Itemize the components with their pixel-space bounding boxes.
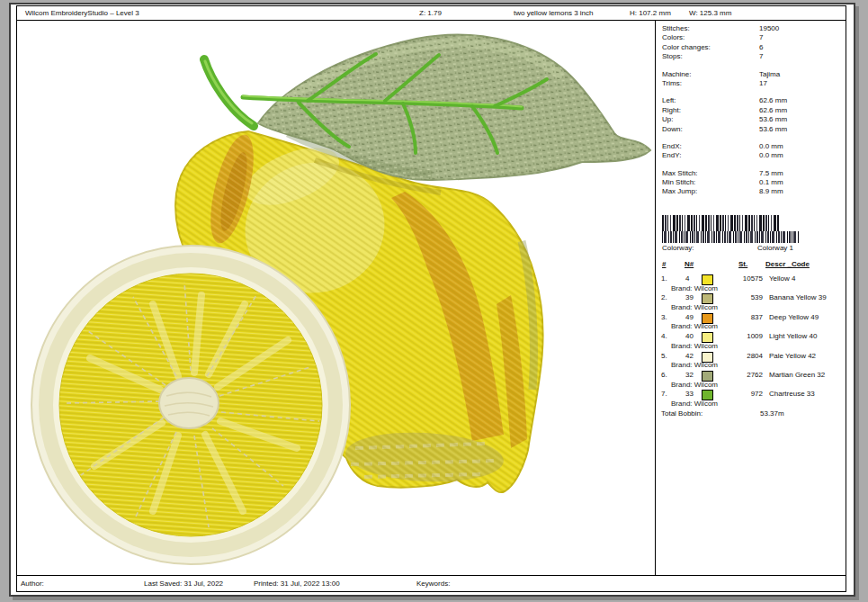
thread-brand: Brand: Wilcom (671, 284, 718, 292)
stat-value: 53.6 mm (759, 115, 787, 123)
thread-stitch-count: 539 (716, 293, 763, 301)
stat-value: 0.0 mm (759, 142, 783, 150)
stat-label: Colors: (662, 33, 685, 41)
thread-brand: Brand: Wilcom (671, 322, 718, 330)
stat-row: Down:53.6 mm (662, 125, 841, 134)
stat-value: 62.6 mm (759, 96, 787, 104)
stat-row: EndY:0.0 mm (662, 151, 841, 160)
stat-row: Colors:7 (662, 33, 841, 42)
print-preview-page: { "header": { "app_title": "Wilcom Embro… (0, 0, 868, 602)
stat-label: Down: (662, 125, 683, 133)
thread-row: 7.33972Chartreuse 33Brand: Wilcom (661, 390, 843, 409)
stat-row: Up:53.6 mm (662, 115, 841, 124)
report-header: Wilcom EmbroideryStudio – Level 3 Z: 1.7… (17, 6, 846, 21)
thread-descr-code: Banana Yellow 39 (769, 293, 827, 301)
thread-rows: 1.410575Yellow 4Brand: Wilcom2.39539Bana… (661, 274, 843, 409)
stat-row: Max Jump:8.9 mm (662, 187, 841, 196)
design-info-panel: Stitches:19500Colors:7Color changes:6Sto… (655, 21, 846, 575)
stat-row: EndX:0.0 mm (662, 142, 841, 151)
stat-label: Right: (662, 106, 681, 114)
stat-label: Color changes: (662, 43, 711, 51)
stem (204, 59, 254, 126)
printed-field: Printed: 31 Jul, 2022 13:00 (254, 580, 340, 588)
thread-number: 33 (685, 390, 694, 398)
thread-row: 3.49837Deep Yellow 49Brand: Wilcom (661, 313, 843, 332)
thread-row: 5.422804Pale Yellow 42Brand: Wilcom (661, 352, 843, 371)
thread-number: 39 (685, 293, 694, 301)
stat-value: 17 (759, 79, 767, 87)
colorway-value: Colorway 1 (757, 244, 793, 252)
zoom-level: Z: 1.79 (419, 9, 442, 17)
stat-label: Trims: (662, 79, 682, 87)
thread-number: 32 (685, 371, 694, 379)
col-header-number: # (662, 260, 666, 268)
thread-index: 5. (661, 352, 667, 360)
report-body: Stitches:19500Colors:7Color changes:6Sto… (17, 21, 846, 575)
thread-color-table: # N# St. Descr _Code 1.410575Yellow 4Bra… (661, 260, 843, 420)
total-bobbin-label: Total Bobbin: (661, 409, 702, 418)
barcode-row-2 (662, 231, 800, 243)
stat-group: Max Stitch:7.5 mmMin Stitch:0.1 mmMax Ju… (662, 169, 841, 197)
thread-descr-code: Martian Green 32 (769, 371, 825, 379)
report-sheet: Wilcom EmbroideryStudio – Level 3 Z: 1.7… (9, 3, 855, 597)
stat-value: 8.9 mm (759, 187, 783, 195)
stat-label: Stitches: (662, 24, 690, 32)
thread-index: 6. (661, 371, 667, 379)
stat-value: 0.0 mm (759, 151, 783, 159)
stat-value: 7.5 mm (759, 169, 783, 177)
stat-group: Machine:TajimaTrims:17 (662, 70, 841, 89)
total-bobbin-row: Total Bobbin: 53.37m (661, 409, 843, 420)
thread-stitch-count: 10575 (716, 274, 763, 283)
total-bobbin-value: 53.37m (760, 409, 784, 418)
lemon-slice (31, 246, 350, 564)
embroidery-design-lemons (18, 25, 655, 575)
stat-value: 53.6 mm (759, 125, 787, 133)
thread-stitch-count: 972 (716, 390, 763, 398)
thread-stitch-count: 2762 (716, 371, 763, 379)
thread-stitch-count: 837 (716, 313, 763, 321)
barcode-row-1 (662, 215, 780, 231)
stat-row: Min Stitch:0.1 mm (662, 178, 841, 187)
thread-brand: Brand: Wilcom (671, 400, 718, 408)
stat-value: 7 (759, 52, 763, 60)
stat-row: Stops:7 (662, 52, 841, 61)
stat-row: Trims:17 (662, 79, 841, 88)
stat-row: Machine:Tajima (662, 70, 841, 79)
thread-stitch-count: 1009 (716, 332, 763, 340)
design-barcode (662, 215, 800, 243)
col-header-stitches: St. (738, 260, 747, 268)
design-preview-area (17, 21, 655, 575)
stat-value: 0.1 mm (759, 178, 783, 186)
thread-index: 3. (661, 313, 667, 321)
thread-index: 4. (661, 332, 667, 340)
thread-row: 2.39539Banana Yellow 39Brand: Wilcom (661, 293, 843, 312)
stat-group: Stitches:19500Colors:7Color changes:6Sto… (662, 24, 841, 62)
stat-row: Right:62.6 mm (662, 106, 841, 115)
stat-value: Tajima (759, 70, 780, 78)
thread-index: 7. (661, 390, 667, 398)
thread-row: 6.322762Martian Green 32Brand: Wilcom (661, 371, 843, 390)
stat-value: 6 (759, 43, 763, 51)
design-stats: Stitches:19500Colors:7Color changes:6Sto… (662, 24, 841, 205)
last-saved-field: Last Saved: 31 Jul, 2022 (144, 580, 223, 588)
design-name: two yellow lemons 3 inch (514, 9, 593, 17)
stat-group: EndX:0.0 mmEndY:0.0 mm (662, 142, 841, 161)
stat-row: Stitches:19500 (662, 24, 841, 33)
thread-descr-code: Light Yellow 40 (769, 332, 817, 340)
thread-index: 1. (661, 274, 667, 283)
thread-descr-code: Pale Yellow 42 (769, 352, 816, 360)
stat-label: Stops: (662, 52, 683, 60)
stat-label: EndY: (662, 151, 681, 159)
thread-row: 1.410575Yellow 4Brand: Wilcom (661, 274, 843, 293)
col-header-descr-code: Descr _Code (765, 260, 810, 268)
stat-value: 62.6 mm (759, 106, 787, 114)
stat-row: Left:62.6 mm (662, 96, 841, 105)
stat-label: Machine: (662, 70, 691, 78)
stat-label: Max Jump: (662, 187, 697, 195)
thread-brand: Brand: Wilcom (671, 381, 718, 389)
keywords-field: Keywords: (416, 580, 450, 588)
thread-stitch-count: 2804 (716, 352, 763, 360)
stat-label: Up: (662, 115, 673, 123)
stat-row: Color changes:6 (662, 43, 841, 52)
thread-index: 2. (661, 293, 667, 301)
